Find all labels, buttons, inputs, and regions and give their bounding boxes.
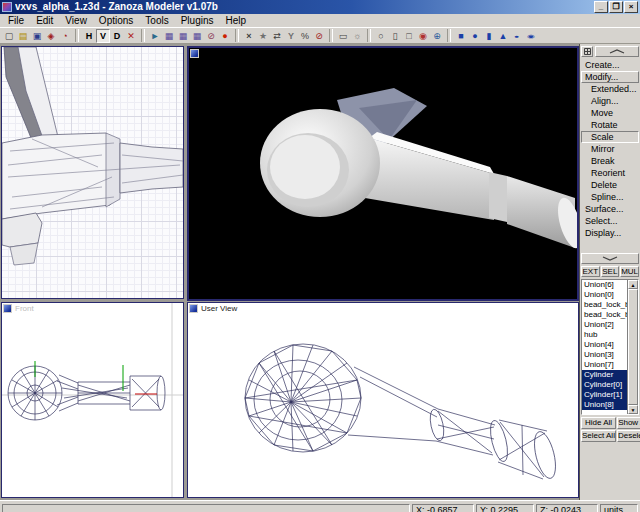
titlebar[interactable]: vxvs_alpha_1.z3d - Zanoza Modeler v1.07b… <box>0 0 640 14</box>
panel-expand-button[interactable] <box>581 253 639 264</box>
menu-item[interactable]: Edit <box>30 14 59 27</box>
panel-command[interactable]: Spline... <box>581 191 639 203</box>
panel-command[interactable]: Modify... <box>581 71 639 83</box>
save-icon[interactable]: ▣ <box>30 29 44 43</box>
object-list-item[interactable]: Union[2] <box>582 320 627 330</box>
primitive-box-icon[interactable]: ■ <box>454 29 468 43</box>
object-list-scrollbar[interactable]: ▲ ▼ <box>627 280 638 414</box>
object-list-item[interactable]: hub <box>582 330 627 340</box>
object-list-item[interactable]: Cylinder[0] <box>582 380 627 390</box>
panel-command[interactable]: Break <box>581 155 639 167</box>
panel-command[interactable]: Rotate <box>581 119 639 131</box>
selection-tab[interactable]: SEL <box>601 266 620 277</box>
menu-item[interactable]: Options <box>93 14 139 27</box>
save-as-icon[interactable]: ◈ <box>44 29 58 43</box>
viewport-off-icon[interactable]: ⊘ <box>204 29 218 43</box>
object-list-item[interactable]: Union[8] <box>582 400 627 410</box>
object-list-item[interactable]: bead_lock_bolt[0] <box>582 310 627 320</box>
percent-icon[interactable]: % <box>298 29 312 43</box>
panel-command[interactable]: Move <box>581 107 639 119</box>
flag-icon[interactable]: ► <box>148 29 162 43</box>
panel-grid-button[interactable] <box>581 46 593 57</box>
object-list-item[interactable]: Union[4] <box>582 340 627 350</box>
panel-command[interactable]: Mirror <box>581 143 639 155</box>
mannequin-icon[interactable]: Y <box>284 29 298 43</box>
menu-item[interactable]: Help <box>220 14 253 27</box>
viewport-top-left[interactable] <box>1 46 184 299</box>
panel-command[interactable]: Reorient <box>581 167 639 179</box>
viewport-3d[interactable] <box>187 46 579 301</box>
globe-icon[interactable]: ⊕ <box>430 29 444 43</box>
toolbar-icon: V <box>100 29 106 43</box>
viewport-user[interactable]: User View <box>187 302 579 498</box>
panel-command[interactable]: Delete <box>581 179 639 191</box>
menu-item[interactable]: View <box>59 14 93 27</box>
show-all-button[interactable]: Show All <box>617 417 640 429</box>
magnifier-icon[interactable]: ○ <box>374 29 388 43</box>
panel-command[interactable]: Select... <box>581 215 639 227</box>
toolbar-icon: ▦ <box>165 29 174 43</box>
primitive-sphere-icon[interactable]: ● <box>468 29 482 43</box>
panel-command[interactable]: Display... <box>581 227 639 239</box>
hide-toggle-button[interactable]: H <box>82 29 96 43</box>
hide-all-button[interactable]: Hide All <box>581 417 616 429</box>
panel-collapse-button[interactable] <box>595 46 639 57</box>
menu-item[interactable]: Tools <box>139 14 174 27</box>
object-list-item[interactable]: Cylinder <box>582 370 627 380</box>
detach-toggle-button[interactable]: D <box>110 29 124 43</box>
object-list-item[interactable]: Union[0] <box>582 290 627 300</box>
cylinder-tool-icon[interactable]: ▯ <box>388 29 402 43</box>
menu-item[interactable]: Plugins <box>175 14 220 27</box>
viewport-menu-icon[interactable] <box>189 304 198 313</box>
panel-spacer <box>581 239 639 253</box>
no-symbol-icon[interactable]: ⊘ <box>312 29 326 43</box>
material-red-icon[interactable]: ◉ <box>416 29 430 43</box>
vertices-toggle-button[interactable]: V <box>96 29 110 43</box>
star-icon[interactable]: ★ <box>256 29 270 43</box>
primitive-cone-icon[interactable]: ▲ <box>496 29 510 43</box>
panel-command[interactable]: Surface... <box>581 203 639 215</box>
scrollbar-thumb[interactable] <box>628 289 638 405</box>
selection-rect-icon[interactable]: ▭ <box>336 29 350 43</box>
delete-red-icon[interactable]: ✕ <box>124 29 138 43</box>
new-icon[interactable]: ▢ <box>2 29 16 43</box>
object-list-item[interactable]: Union[7] <box>582 360 627 370</box>
object-list-item[interactable]: Union[3] <box>582 350 627 360</box>
panel-command[interactable]: Create... <box>581 59 639 71</box>
sun-gizmo-icon[interactable]: ☼ <box>350 29 364 43</box>
viewport-front[interactable]: Front <box>1 302 184 498</box>
deselect-button[interactable]: Deselect <box>617 430 640 442</box>
close-button[interactable]: × <box>624 1 638 13</box>
viewport-menu-icon[interactable] <box>3 304 12 313</box>
viewport-layout-1-icon[interactable]: ▦ <box>162 29 176 43</box>
panel-command[interactable]: Align... <box>581 95 639 107</box>
primitive-cylinder-icon[interactable]: ▮ <box>482 29 496 43</box>
box-tool-icon[interactable]: □ <box>402 29 416 43</box>
panel-command[interactable]: Scale <box>581 131 639 143</box>
scroll-down-icon[interactable]: ▼ <box>628 405 638 414</box>
maximize-button[interactable]: ❐ <box>609 1 623 13</box>
viewport-layout-3-icon[interactable]: ▦ <box>190 29 204 43</box>
minimize-button[interactable]: _ <box>594 1 608 13</box>
undo-icon[interactable]: ◔ <box>58 29 72 43</box>
toolbar-icon: ⊘ <box>207 29 215 43</box>
panel-command[interactable]: Extended... <box>581 83 639 95</box>
select-all-button[interactable]: Select All <box>581 430 616 442</box>
selection-tab[interactable]: EXT <box>581 266 600 277</box>
object-list-item[interactable]: bead_lock_bolt <box>582 300 627 310</box>
viewport-layout-2-icon[interactable]: ▦ <box>176 29 190 43</box>
menu-item[interactable]: File <box>2 14 30 27</box>
viewport-menu-icon[interactable] <box>190 49 199 58</box>
object-list-item[interactable]: Cylinder[1] <box>582 390 627 400</box>
render-sphere-icon[interactable]: ● <box>218 29 232 43</box>
primitive-ellipsoid-icon[interactable]: ● <box>510 29 524 43</box>
status-units: units <box>600 504 638 512</box>
swap-arrows-icon[interactable]: ⇄ <box>270 29 284 43</box>
selection-tab[interactable]: MUL <box>620 266 639 277</box>
object-list-item[interactable]: Union[6] <box>582 280 627 290</box>
toolbar-icon: H <box>86 29 93 43</box>
open-folder-icon[interactable]: ▤ <box>16 29 30 43</box>
scroll-up-icon[interactable]: ▲ <box>628 280 638 289</box>
primitive-torus-icon[interactable]: ◉ <box>524 29 538 43</box>
cut-icon[interactable]: × <box>242 29 256 43</box>
